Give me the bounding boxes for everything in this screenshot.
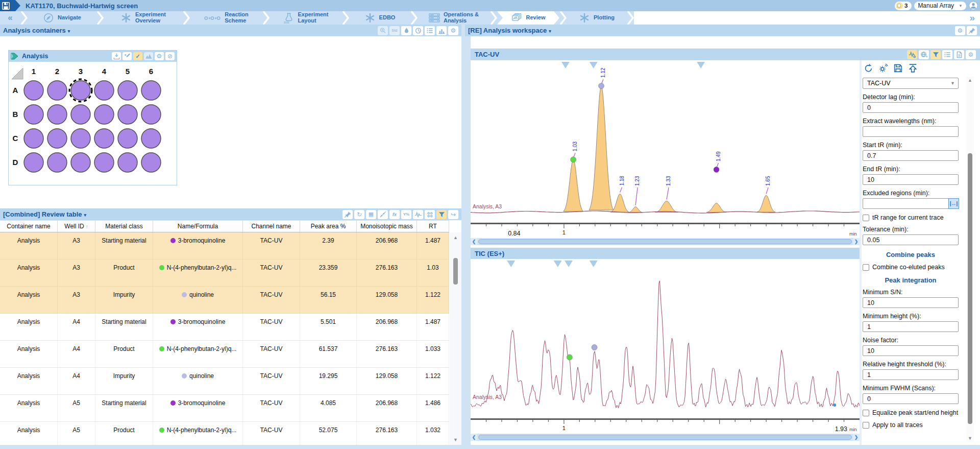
well-d3[interactable]	[71, 153, 90, 172]
well-a1[interactable]	[24, 81, 43, 100]
well-a2[interactable]	[47, 81, 67, 100]
analysis-containers-title[interactable]: Analysis containers▾	[3, 27, 70, 34]
column-header-container-name[interactable]: Container name	[0, 221, 58, 232]
nav-tab-plotting[interactable]: Plotting	[567, 11, 627, 25]
compound-marker-dot[interactable]	[567, 355, 572, 360]
checkbox-apply-to-all-traces[interactable]: Apply to all traces	[863, 421, 965, 429]
edit-icon[interactable]	[122, 52, 132, 60]
select-all-wells-triangle[interactable]	[12, 68, 23, 79]
compound-marker-dot[interactable]	[714, 167, 719, 173]
well-a4[interactable]	[94, 81, 114, 100]
peaks-icon[interactable]	[144, 52, 153, 60]
user-icon[interactable]	[969, 1, 978, 10]
scroll-left-icon[interactable]: ❮	[471, 434, 477, 441]
percent-icon[interactable]: Y%	[401, 210, 411, 219]
save-disk-icon[interactable]	[893, 63, 903, 74]
wells-icon[interactable]	[425, 210, 435, 219]
checkbox-equalize-peak-start-end-height[interactable]: Equalize peak start/end height	[863, 409, 965, 416]
tic-hscrollbar[interactable]: ❮ ❯	[471, 434, 860, 441]
field-input-end-tr-min[interactable]	[863, 174, 959, 185]
field-input-start-tr-min[interactable]	[863, 150, 959, 161]
well-d6[interactable]	[141, 153, 161, 172]
tic-chromatogram[interactable]: Analysis, A3	[471, 259, 860, 418]
well-b4[interactable]	[94, 105, 114, 124]
zoom-icon[interactable]	[378, 26, 388, 35]
forward-chevrons-icon[interactable]: »	[969, 12, 975, 23]
table-row-6[interactable]: AnalysisA4ImpurityquinolineTAC-UV19.2951…	[0, 368, 449, 395]
field-input-minimum-s-n[interactable]	[863, 297, 959, 308]
sync-icon[interactable]: ↻	[354, 210, 364, 219]
document-icon[interactable]	[954, 50, 964, 59]
field-input-excluded-regions-min[interactable]	[863, 198, 959, 209]
tac-uv-hscrollbar-thumb[interactable]	[478, 239, 852, 244]
back-chevrons-icon[interactable]: «	[0, 11, 20, 25]
trace-selector-triangle[interactable]	[697, 62, 705, 68]
well-b2[interactable]	[47, 105, 67, 124]
trace-selector-triangle[interactable]	[565, 261, 573, 267]
table-row-3[interactable]: AnalysisA3ImpurityquinolineTAC-UV56.1512…	[0, 287, 449, 314]
download-icon[interactable]	[112, 52, 121, 60]
globe-icon[interactable]	[919, 50, 929, 59]
nav-tab-experiment-overview[interactable]: Experiment Overview	[104, 11, 183, 25]
gear-icon[interactable]: ⚙	[448, 26, 458, 35]
column-header-name-formula[interactable]: Name/Formula	[153, 221, 243, 232]
filter-icon[interactable]	[930, 50, 941, 59]
well-a6[interactable]	[141, 81, 161, 100]
nav-tab-edbo[interactable]: EDBO	[349, 11, 410, 25]
field-input-noise-factor[interactable]	[863, 345, 959, 356]
trace-selector-triangle[interactable]	[561, 62, 570, 68]
nav-tab-reaction-scheme[interactable]: Reaction Scheme	[190, 11, 262, 25]
checkbox-tr-range-for-current-trace[interactable]: tR range for current trace	[863, 214, 965, 221]
well-d5[interactable]	[118, 153, 137, 172]
save-icon[interactable]	[0, 0, 20, 11]
table-row-8[interactable]: AnalysisA5ProductN-(4-phenylbutan-2-yl)q…	[0, 422, 449, 445]
settings-scrollbar-thumb[interactable]	[968, 153, 972, 424]
well-c5[interactable]	[118, 129, 137, 148]
field-input-extract-wavelengths-nm[interactable]	[863, 126, 959, 137]
gear-icon[interactable]: ⚙	[155, 52, 164, 60]
block-icon[interactable]: ⊘	[165, 52, 175, 60]
column-header-channel-name[interactable]: Channel name	[243, 221, 300, 232]
export-icon[interactable]: ↪	[448, 210, 458, 219]
table-scrollbar-thumb[interactable]	[453, 258, 458, 285]
scroll-down-icon[interactable]: ▼	[450, 436, 461, 444]
scroll-up-icon[interactable]: ▲	[966, 77, 974, 84]
well-b3[interactable]	[71, 105, 90, 124]
fx-icon[interactable]: fx	[389, 210, 400, 219]
notifications-button[interactable]: 3	[895, 2, 912, 10]
table-row-4[interactable]: AnalysisA4Starting material3-bromoquinol…	[0, 314, 449, 341]
tic-hscrollbar-thumb[interactable]	[478, 435, 852, 440]
gear-signal-icon[interactable]	[878, 63, 889, 74]
well-c6[interactable]	[141, 129, 161, 148]
tac-uv-hscrollbar[interactable]: ❮ ❯	[471, 238, 860, 245]
review-table-title[interactable]: [Combined] Review table▾	[3, 210, 86, 218]
well-c1[interactable]	[24, 129, 43, 148]
analysis-workspace-title[interactable]: [RE] Analysis workspace▾	[468, 27, 551, 34]
trace-type-select[interactable]: TAC-UV▼	[863, 78, 959, 89]
field-input-detector-lag-min[interactable]	[863, 102, 959, 113]
nav-tab-experiment-layout[interactable]: Experiment Layout	[270, 11, 342, 25]
trace-selector-triangle[interactable]	[590, 62, 598, 68]
well-d4[interactable]	[94, 153, 114, 172]
field-input-minimum-height[interactable]	[863, 321, 959, 332]
field-input-tolerance-min[interactable]	[863, 234, 959, 245]
table-row-1[interactable]: AnalysisA3Starting material3-bromoquinol…	[0, 232, 449, 259]
gear-icon[interactable]: ⚙	[955, 26, 965, 35]
well-a3[interactable]	[71, 81, 90, 100]
nav-tab-navigate[interactable]: Navigate	[28, 11, 96, 25]
compound-marker-dot[interactable]	[571, 157, 576, 162]
range-icon[interactable]: |↔|	[948, 198, 959, 209]
well-d1[interactable]	[24, 153, 43, 172]
scroll-left-icon[interactable]: ❮	[471, 238, 477, 245]
column-header-material-class[interactable]: Material class	[95, 221, 153, 232]
list-icon[interactable]	[942, 50, 952, 59]
list-icon[interactable]	[425, 26, 435, 35]
well-c2[interactable]	[47, 129, 67, 148]
array-mode-dropdown[interactable]: Manual Array ▼	[914, 2, 966, 10]
scroll-right-icon[interactable]: ❯	[853, 238, 860, 245]
filter-icon[interactable]	[436, 210, 447, 219]
std-icon[interactable]: Std	[389, 26, 400, 35]
column-header-well-id[interactable]: Well ID↑	[58, 221, 95, 232]
compound-marker-dot[interactable]	[599, 83, 604, 89]
nav-tab-operations-analysis[interactable]: Operations & Analysis	[418, 11, 490, 25]
